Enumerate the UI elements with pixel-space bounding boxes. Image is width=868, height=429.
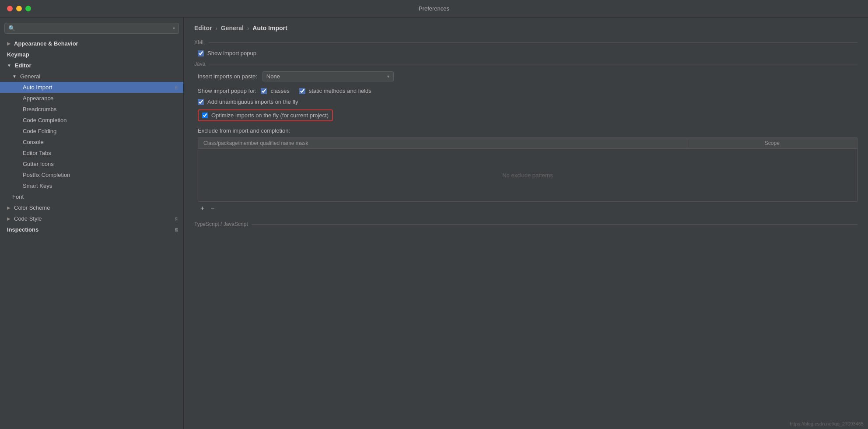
sidebar-item-auto-import[interactable]: Auto Import ⎘ [0, 82, 183, 93]
search-dropdown-arrow[interactable]: ▾ [173, 26, 175, 31]
optimize-imports-highlight: Optimize imports on the fly (for current… [198, 109, 333, 121]
maximize-button[interactable] [25, 6, 31, 11]
table-header: Class/package/member qualified name mask… [198, 138, 857, 149]
exclude-table: Class/package/member qualified name mask… [198, 137, 858, 202]
copy-icon: ⎘ [175, 85, 178, 90]
sidebar-item-appearance[interactable]: Appearance [0, 93, 183, 104]
sidebar: 🔍 ▾ ▶ Appearance & Behavior Keymap ▼ Edi… [0, 18, 184, 429]
classes-label: classes [270, 88, 289, 94]
arrow-icon: ▼ [12, 74, 17, 79]
table-actions: + − [194, 202, 858, 215]
copy-icon: ⎘ [175, 227, 178, 232]
optimize-imports-row: Optimize imports on the fly (for current… [194, 109, 858, 121]
breadcrumb-current: Auto Import [252, 25, 287, 32]
sidebar-item-label: Inspections [7, 226, 38, 233]
sidebar-item-label: Auto Import [23, 84, 52, 91]
xml-section-label: XML [194, 39, 858, 46]
sidebar-item-code-style[interactable]: ▶ Code Style ⎘ [0, 213, 183, 224]
sidebar-item-code-folding[interactable]: Code Folding [0, 126, 183, 137]
sidebar-item-general[interactable]: ▼ General [0, 71, 183, 82]
optimize-imports-checkbox[interactable] [202, 113, 208, 118]
exclude-label: Exclude from import and completion: [198, 127, 858, 134]
arrow-icon: ▶ [7, 205, 10, 210]
show-import-popup-checkbox-wrapper[interactable]: Show import popup [198, 50, 256, 56]
search-input[interactable] [18, 25, 170, 32]
sidebar-item-appearance-behavior[interactable]: ▶ Appearance & Behavior [0, 38, 183, 49]
sidebar-item-label: Code Folding [23, 128, 56, 134]
sidebar-item-gutter-icons[interactable]: Gutter Icons [0, 158, 183, 169]
search-box[interactable]: 🔍 ▾ [4, 23, 179, 34]
sidebar-item-label: Gutter Icons [23, 161, 54, 167]
classes-checkbox[interactable] [261, 88, 267, 94]
show-popup-row: Show import popup for: classes static me… [194, 88, 858, 94]
show-import-popup-row: Show import popup [194, 50, 858, 56]
breadcrumb-sep2: › [247, 25, 249, 32]
static-checkbox[interactable] [299, 88, 305, 94]
add-unambiguous-row: Add unambiguous imports on the fly [194, 98, 858, 105]
window-title: Preferences [419, 5, 449, 12]
optimize-imports-label: Optimize imports on the fly (for current… [211, 112, 329, 119]
main-container: 🔍 ▾ ▶ Appearance & Behavior Keymap ▼ Edi… [0, 18, 868, 429]
remove-exclude-button[interactable]: − [208, 204, 217, 213]
show-import-popup-label: Show import popup [207, 50, 256, 56]
static-checkbox-wrapper[interactable]: static methods and fields [299, 88, 371, 94]
arrow-icon: ▶ [7, 41, 10, 46]
breadcrumb: Editor › General › Auto Import [194, 25, 858, 32]
sidebar-item-label: General [20, 73, 40, 80]
sidebar-item-font[interactable]: Font [0, 191, 183, 202]
sidebar-item-label: Appearance [23, 95, 53, 102]
sidebar-item-label: Console [23, 139, 44, 145]
add-exclude-button[interactable]: + [198, 204, 207, 213]
sidebar-item-keymap[interactable]: Keymap [0, 49, 183, 60]
breadcrumb-sep1: › [215, 25, 217, 32]
table-col1-header: Class/package/member qualified name mask [198, 138, 687, 148]
sidebar-item-label: Font [12, 193, 24, 200]
search-icon: 🔍 [8, 25, 15, 32]
table-body: No exclude patterns [198, 149, 857, 201]
table-empty-message: No exclude patterns [502, 172, 553, 179]
arrow-icon: ▶ [7, 216, 10, 221]
sidebar-item-label: Code Style [14, 215, 42, 222]
typescript-section-label: TypeScript / JavaScript [194, 221, 858, 227]
insert-imports-select[interactable]: None Ask All [262, 71, 394, 81]
content-area: Editor › General › Auto Import XML Show … [184, 18, 868, 429]
breadcrumb-editor: Editor [194, 25, 212, 32]
sidebar-item-color-scheme[interactable]: ▶ Color Scheme [0, 202, 183, 213]
typescript-section: TypeScript / JavaScript [194, 221, 858, 227]
add-unambiguous-checkbox[interactable] [198, 99, 204, 105]
sidebar-item-editor-tabs[interactable]: Editor Tabs [0, 148, 183, 158]
sidebar-item-label: Smart Keys [23, 183, 52, 189]
sidebar-item-smart-keys[interactable]: Smart Keys [0, 180, 183, 191]
sidebar-item-breadcrumbs[interactable]: Breadcrumbs [0, 104, 183, 115]
show-import-popup-checkbox[interactable] [198, 50, 204, 56]
titlebar: Preferences [0, 0, 868, 18]
breadcrumb-general: General [221, 25, 244, 32]
table-col2-header: Scope [687, 138, 857, 148]
sidebar-item-label: Editor Tabs [23, 150, 51, 156]
sidebar-item-label: Editor [15, 62, 32, 69]
arrow-icon: ▼ [7, 63, 11, 68]
window-controls [7, 6, 31, 11]
sidebar-item-code-completion[interactable]: Code Completion [0, 115, 183, 126]
add-unambiguous-label: Add unambiguous imports on the fly [207, 98, 298, 105]
insert-imports-row: Insert imports on paste: None Ask All [194, 71, 858, 81]
sidebar-item-inspections[interactable]: Inspections ⎘ [0, 224, 183, 235]
sidebar-item-postfix-completion[interactable]: Postfix Completion [0, 169, 183, 180]
sidebar-item-label: Color Scheme [14, 204, 50, 211]
sidebar-item-editor[interactable]: ▼ Editor [0, 60, 183, 71]
classes-checkbox-wrapper[interactable]: classes [261, 88, 289, 94]
sidebar-item-label: Breadcrumbs [23, 106, 56, 113]
close-button[interactable] [7, 6, 13, 11]
add-unambiguous-checkbox-wrapper[interactable]: Add unambiguous imports on the fly [198, 98, 298, 105]
insert-imports-label: Insert imports on paste: [198, 73, 257, 80]
watermark: https://blog.csdn.net/qq_27093465 [790, 421, 864, 426]
sidebar-item-console[interactable]: Console [0, 137, 183, 148]
copy-icon: ⎘ [175, 216, 178, 222]
sidebar-item-label: Appearance & Behavior [14, 40, 78, 47]
show-popup-label: Show import popup for: [198, 88, 256, 94]
sidebar-item-label: Code Completion [23, 117, 66, 123]
minimize-button[interactable] [16, 6, 22, 11]
java-section-label: Java [194, 61, 858, 67]
sidebar-item-label: Keymap [7, 51, 29, 58]
insert-imports-select-wrapper[interactable]: None Ask All [262, 71, 394, 81]
